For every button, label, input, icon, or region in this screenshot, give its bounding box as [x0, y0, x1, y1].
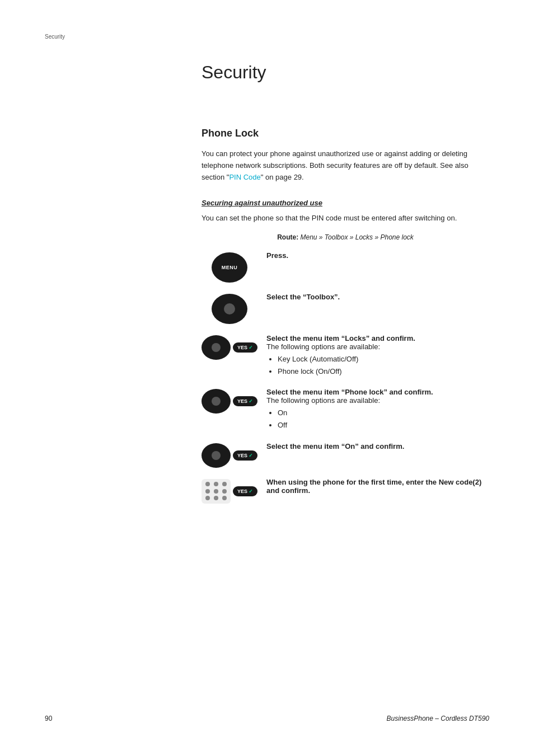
step-4-normal: The following options are available: [266, 396, 380, 405]
step-3-bullets: Key Lock (Automatic/Off) Phone lock (On/… [278, 353, 489, 378]
breadcrumb: Security [45, 34, 489, 40]
bullet-item: On [278, 407, 489, 419]
step-3-normal: The following options are available: [266, 342, 380, 351]
step-3-bold: Select the menu item “Locks” and confirm… [266, 334, 415, 342]
footer: 90 BusinessPhone – Cordless DT590 [0, 715, 534, 722]
route-line: Route: Menu » Toolbox » Locks » Phone lo… [202, 233, 489, 241]
step-1: MENU Press. [202, 251, 489, 283]
nav-wheel-small-4 [202, 389, 231, 414]
step-2-text: Select the “Toolbox”. [266, 293, 340, 301]
footer-page-num: 90 [45, 715, 52, 722]
nav-wheel-small-3 [202, 335, 231, 360]
step-3-content: Select the menu item “Locks” and confirm… [266, 334, 489, 378]
keypad-yes-group: YES ✓ [202, 479, 257, 504]
pin-code-link[interactable]: PIN Code [229, 173, 260, 181]
nav-yes-group-5: YES ✓ [202, 443, 257, 468]
step-4: YES ✓ Select the menu item “Phone lock” … [202, 388, 489, 431]
step-2: Select the “Toolbox”. [202, 293, 489, 324]
step-2-icon [202, 293, 257, 324]
step-6-content: When using the phone for the first time,… [266, 478, 489, 495]
step-2-content: Select the “Toolbox”. [266, 293, 489, 301]
bullet-item: Key Lock (Automatic/Off) [278, 353, 489, 365]
keypad-icon [202, 479, 231, 504]
yes-pill-5: YES ✓ [233, 450, 257, 461]
route-path: Menu » Toolbox » Locks » Phone lock [300, 233, 413, 241]
step-6: YES ✓ When using the phone for the first… [202, 478, 489, 504]
step-4-icon: YES ✓ [202, 388, 257, 414]
step-1-content: Press. [266, 251, 489, 260]
content-area: Phone Lock You can protect your phone ag… [202, 128, 489, 504]
step-5-bold: Select the menu item “On” and confirm. [266, 442, 404, 450]
step-5-content: Select the menu item “On” and confirm. [266, 442, 489, 450]
footer-doc-title: BusinessPhone – Cordless DT590 [387, 715, 489, 722]
step-4-content: Select the menu item “Phone lock” and co… [266, 388, 489, 431]
yes-pill-3: YES ✓ [233, 342, 257, 353]
page-title: Security [202, 62, 489, 83]
bullet-item: Phone lock (On/Off) [278, 365, 489, 378]
step-6-icon: YES ✓ [202, 478, 257, 504]
step-1-icon: MENU [202, 251, 257, 283]
header: Security Security [0, 0, 534, 128]
step-5: YES ✓ Select the menu item “On” and conf… [202, 442, 489, 468]
step-3-icon: YES ✓ [202, 334, 257, 360]
intro-text: You can protect your phone against unaut… [202, 148, 489, 183]
yes-pill-6: YES ✓ [233, 486, 257, 496]
step-3: YES ✓ Select the menu item “Locks” and c… [202, 334, 489, 378]
bullet-item: Off [278, 419, 489, 431]
step-6-bold: When using the phone for the first time,… [266, 478, 481, 495]
menu-button-icon: MENU [212, 252, 247, 283]
step-4-bold: Select the menu item “Phone lock” and co… [266, 388, 433, 396]
page: Security Security Phone Lock You can pro… [0, 0, 534, 756]
subsection-desc: You can set the phone so that the PIN co… [202, 213, 489, 224]
section-title: Phone Lock [202, 128, 489, 139]
subsection-title: Securing against unauthorized use [202, 199, 489, 207]
yes-pill-4: YES ✓ [233, 396, 257, 406]
nav-yes-group-3: YES ✓ [202, 335, 257, 360]
step-5-icon: YES ✓ [202, 442, 257, 468]
nav-wheel-icon [212, 294, 247, 324]
step-1-text: Press. [266, 251, 288, 260]
nav-wheel-small-5 [202, 443, 231, 468]
route-label: Route: [277, 233, 298, 241]
step-4-bullets: On Off [278, 407, 489, 431]
nav-yes-group-4: YES ✓ [202, 389, 257, 414]
